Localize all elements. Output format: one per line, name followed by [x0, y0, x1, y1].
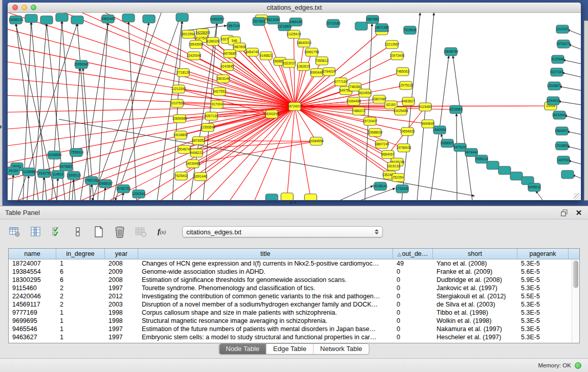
graph-edge[interactable] — [568, 30, 581, 35]
graph-node[interactable]: 7515526 — [403, 26, 417, 34]
graph-node[interactable]: 8990448 — [310, 69, 323, 77]
column-header-name[interactable]: name — [9, 249, 56, 259]
graph-node[interactable]: 1112107 — [556, 25, 569, 33]
graph-node[interactable]: 19106852 — [173, 131, 188, 139]
column-header-out_de[interactable]: △out_de… — [393, 249, 433, 259]
graph-node[interactable]: 10107553 — [170, 99, 185, 107]
graph-node[interactable]: 19384554 — [309, 137, 324, 145]
graph-node[interactable] — [561, 170, 574, 179]
table-row[interactable]: 911546021997Tourette syndrome. Phenomeno… — [9, 284, 572, 292]
graph-node[interactable]: 9267130 — [205, 112, 218, 120]
graph-node[interactable]: 12505115 — [67, 171, 81, 180]
graph-node[interactable]: 9115460 — [419, 103, 432, 111]
graph-node[interactable] — [304, 194, 317, 200]
column-header-year[interactable]: year — [105, 249, 138, 259]
graph-node[interactable]: 11325419 — [287, 30, 301, 38]
graph-node[interactable]: 7625402 — [175, 172, 188, 180]
graph-node[interactable]: 9146821 — [259, 52, 273, 60]
graph-node[interactable]: 12353594 — [201, 123, 215, 132]
graph-node[interactable]: 39159 — [8, 167, 19, 175]
graph-edge[interactable] — [180, 114, 272, 119]
graph-node[interactable]: 1815132 — [387, 162, 400, 170]
column-header-title[interactable]: title — [138, 249, 393, 259]
graph-node[interactable]: 8215953 — [449, 105, 463, 114]
graph-node[interactable]: 12093872 — [547, 82, 562, 90]
graph-edge[interactable] — [80, 23, 108, 200]
graph-edge[interactable] — [559, 86, 581, 91]
graph-node[interactable] — [56, 13, 68, 21]
table-settings-button[interactable] — [8, 225, 21, 238]
table-row[interactable]: 1872400712008Changes of HCN gene express… — [9, 259, 572, 268]
graph-node[interactable]: 7485063 — [396, 68, 409, 76]
graph-node[interactable]: 10807487 — [372, 95, 387, 103]
column-header-in_degree[interactable]: in_degree — [56, 249, 105, 259]
minimize-window-button[interactable] — [21, 5, 27, 10]
graph-node[interactable]: 9463627 — [402, 97, 415, 105]
new-table-button[interactable] — [92, 225, 105, 238]
graph-node[interactable]: 1115688 — [23, 168, 35, 176]
graph-edge[interactable] — [69, 68, 80, 200]
show-columns-button[interactable] — [29, 225, 42, 238]
graph-node[interactable]: 9675685 — [223, 50, 236, 58]
graph-edge[interactable] — [193, 141, 316, 164]
graph-node[interactable]: 16961758 — [304, 48, 319, 56]
graph-node[interactable] — [510, 172, 522, 180]
graph-node[interactable]: 9699695 — [421, 120, 434, 128]
graph-node[interactable]: 7955812 — [315, 57, 329, 65]
graph-edge[interactable] — [227, 67, 295, 106]
graph-node[interactable]: 1733426 — [396, 185, 409, 193]
table-row[interactable]: 2242004622012Investigating the contribut… — [9, 292, 572, 300]
graph-node[interactable] — [355, 22, 367, 30]
graph-node[interactable]: 20364486 — [346, 97, 361, 105]
graph-edge[interactable] — [72, 179, 74, 200]
graph-node[interactable]: 2718126 — [177, 69, 190, 77]
graph-node[interactable]: 252254 — [392, 173, 404, 182]
graph-node[interactable]: 1244419 — [547, 97, 560, 105]
graph-node[interactable]: 7857224 — [227, 22, 240, 30]
graph-node[interactable]: 10973493 — [390, 52, 405, 60]
table-row[interactable]: 1456911722003Disruption of a novel membe… — [9, 300, 572, 309]
graph-edge[interactable] — [104, 187, 105, 200]
column-header-short[interactable]: short — [433, 249, 517, 259]
graph-edge[interactable] — [295, 73, 317, 106]
graph-edge[interactable] — [8, 106, 295, 133]
table-row[interactable]: 946362711997Embryonic stem cells: a mode… — [9, 333, 572, 341]
graph-node[interactable]: 10953257 — [210, 15, 225, 24]
graph-edge[interactable] — [558, 101, 581, 105]
graph-edge[interactable] — [8, 106, 295, 191]
graph-node[interactable]: 1167533 — [557, 156, 570, 164]
table-row[interactable]: 977716911998Corpus callosum shape and si… — [9, 309, 572, 317]
table-scrollbar[interactable] — [572, 259, 579, 343]
splitter-handle[interactable] — [290, 202, 297, 205]
graph-edge[interactable] — [128, 21, 137, 200]
graph-node[interactable] — [143, 15, 155, 23]
float-panel-button[interactable] — [560, 209, 569, 217]
network-canvas[interactable]: 1872400715723401422606389129549127508165… — [8, 13, 581, 200]
network-graph[interactable]: 1872400715723401422606389129549127508165… — [8, 13, 581, 200]
graph-node[interactable]: 8912954 — [182, 30, 195, 38]
graph-node[interactable]: 2935114 — [475, 155, 488, 163]
graph-edge[interactable] — [8, 74, 295, 106]
zoom-window-button[interactable] — [31, 5, 36, 10]
graph-node[interactable]: 20053346 — [74, 60, 89, 69]
graph-node[interactable] — [281, 193, 293, 200]
graph-node[interactable]: 14039489 — [186, 160, 201, 168]
graph-node[interactable]: 9129966 — [551, 55, 564, 63]
graph-node[interactable]: 8958923 — [441, 139, 454, 147]
graph-node[interactable]: 22420046 — [187, 52, 202, 60]
graph-edge[interactable] — [536, 191, 543, 200]
panel-collapse-arrow-icon[interactable] — [0, 125, 2, 129]
graph-edge[interactable] — [295, 43, 304, 106]
graph-node[interactable] — [40, 16, 53, 24]
table-row[interactable]: 1830029562008Estimation of significance … — [9, 276, 572, 284]
tab-edge-table[interactable]: Edge Table — [266, 344, 313, 354]
graph-node[interactable]: 12342757 — [37, 169, 52, 178]
graph-node[interactable]: 15720407 — [363, 117, 378, 125]
graph-node[interactable]: 15751074 — [556, 40, 571, 48]
graph-node[interactable]: 16648784 — [444, 48, 459, 56]
graph-edge[interactable] — [92, 13, 161, 200]
graph-node[interactable]: 14671388 — [375, 24, 389, 32]
graph-node[interactable]: 18807249 — [375, 140, 389, 148]
graph-node[interactable]: 12975115 — [399, 81, 413, 90]
graph-node[interactable]: 1691446 — [194, 172, 207, 181]
